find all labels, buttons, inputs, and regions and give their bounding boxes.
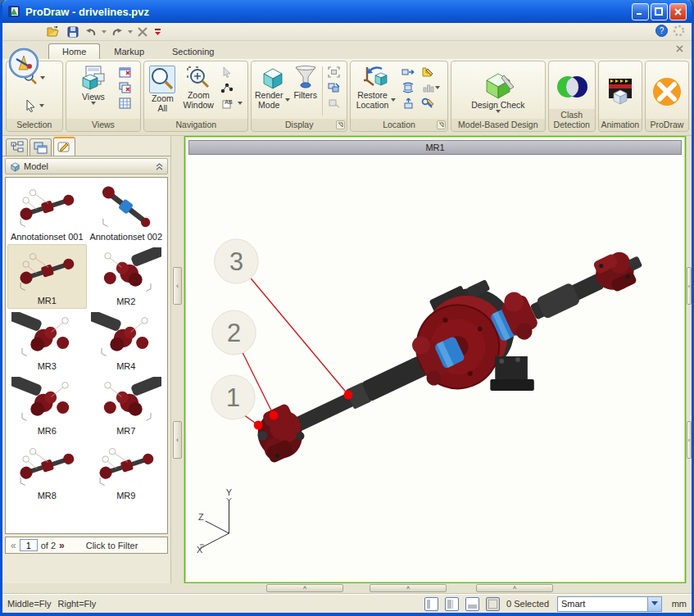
thumbnail-mr2[interactable]: MR2 [87,244,166,309]
tab-sectioning[interactable]: Sectioning [158,43,228,59]
thumbnail-annotationset-001[interactable]: Annotationset 001 [7,179,87,244]
svg-text:Z: Z [198,512,204,522]
svg-text:X: X [197,545,203,555]
zoom-window-button[interactable]: Zoom Window [179,63,217,111]
driveline-model[interactable] [236,211,657,479]
collapse-handle-right-2[interactable]: ‹ [687,421,692,459]
restore-location-icon [362,66,390,90]
edit-key-button[interactable] [419,96,437,111]
render-mode-button[interactable]: Render Mode [255,63,291,111]
save-button[interactable] [66,25,80,39]
thumbnail-mr3[interactable]: MR3 [7,309,87,374]
redo-button[interactable] [110,25,125,39]
render-mode-cube-icon [261,66,285,90]
selection-mode-combobox[interactable]: Smart [557,596,662,612]
thumbnail-mr7[interactable]: MR7 [87,374,166,438]
thumbnail-mr6[interactable]: MR6 [7,374,87,438]
tab-annotations[interactable] [53,137,75,156]
collapse-handle-bottom-3[interactable]: ˄ [476,584,553,592]
right-splitter[interactable]: ‹ ‹ [686,136,692,583]
collapse-handle-bottom-1[interactable]: ˄ [266,584,343,592]
display-dialog-launcher[interactable] [336,120,345,129]
prev-page-button[interactable]: « [11,540,16,551]
zoom-all-button[interactable]: Zoom All [145,63,179,114]
viewport-canvas[interactable]: 3 2 1 [188,155,682,579]
layout-vertical-split-button[interactable] [445,597,459,611]
collapse-handle-bottom-2[interactable]: ˄ [370,584,447,592]
tab-home[interactable]: Home [48,43,100,59]
balloon-1[interactable]: 1 [211,375,255,419]
thumbnail-mr9[interactable]: MR9 [87,438,166,503]
translate-button[interactable] [399,65,417,79]
tab-structure[interactable] [6,138,28,156]
collapse-handle-left-1[interactable]: ‹ [173,267,182,305]
options-icon[interactable] [673,25,685,40]
customize-toolbar-button[interactable] [152,25,163,39]
close-button[interactable] [669,3,687,20]
app-document-icon [7,5,20,18]
select-display-button[interactable] [325,65,343,79]
minimize-button[interactable] [632,3,649,20]
design-check-button[interactable]: Design Check [469,68,527,114]
undo-button[interactable] [84,25,98,39]
collapse-handle-right-1[interactable]: ‹ [687,267,692,305]
filters-label: Filters [293,90,317,100]
collapse-handle-left-2[interactable]: ‹ [173,421,182,459]
svg-text:3: 3 [229,247,243,276]
application-menu-button[interactable] [8,48,39,79]
location-dialog-launcher[interactable] [437,120,446,129]
open-button[interactable] [45,25,62,39]
layout-single-left-button[interactable] [424,597,438,611]
sidebar-splitter[interactable]: ‹ ‹ [171,136,184,583]
redo-dropdown-arrow-icon[interactable] [128,30,133,34]
maximize-button[interactable] [651,3,668,20]
prodraw-button[interactable] [649,74,685,108]
annotation-scale-button[interactable]: AB [218,96,246,111]
thumbnail-mr8[interactable]: MR8 [7,438,87,503]
group-label-animation: Animation [599,119,642,131]
title-bar[interactable]: ProDraw - drivelines.pvz [2,0,692,23]
filters-button[interactable]: Filters [291,63,320,101]
collapse-chevron-icon[interactable] [156,163,163,170]
viewport-title-bar[interactable]: MR1 [188,140,682,155]
help-button[interactable]: ? [655,25,668,40]
thumbnail-annotationset-002[interactable]: Annotationset 002 [87,179,166,244]
clash-detection-button[interactable] [552,72,592,100]
tab-views-gallery[interactable] [29,138,52,156]
walk-path-button[interactable] [218,80,236,95]
undo-dropdown-arrow-icon[interactable] [102,30,107,34]
combo-dropdown-icon[interactable] [647,597,661,611]
model-3d-view[interactable]: 3 2 1 [188,155,682,579]
click-to-filter-link[interactable]: Click to Filter [86,541,138,550]
thumbnail-mr1[interactable]: MR1 [7,244,87,309]
close-all-views-button[interactable] [116,80,134,95]
bracket[interactable] [490,356,533,391]
page-number-input[interactable] [20,539,38,551]
location-history-button[interactable] [419,80,443,95]
balloon-2[interactable]: 2 [212,310,256,355]
delete-button[interactable] [136,25,149,39]
next-page-button[interactable]: » [59,540,65,551]
bottom-splitter[interactable]: ˄ ˄ ˄ [2,583,692,594]
tab-markup[interactable]: Markup [100,43,158,59]
views-button-label: Views [82,92,105,102]
ribbon-close-icon[interactable] [676,41,683,56]
hide-components-button[interactable] [325,96,343,111]
drag-component-button[interactable] [399,96,417,111]
animation-clapperboard-icon [604,77,637,106]
close-view-button[interactable] [116,65,134,79]
restore-location-button[interactable]: Restore Location [354,63,398,111]
animation-button[interactable] [601,75,639,107]
show-components-button[interactable] [325,80,343,95]
fly-tool-button[interactable] [218,65,236,79]
views-button[interactable]: Views [71,63,116,106]
layout-single-button[interactable] [486,597,500,611]
rotate-button[interactable] [399,80,417,95]
thumbnail-mr4[interactable]: MR4 [87,309,166,374]
balloon-3[interactable]: 3 [215,239,258,283]
tile-views-button[interactable] [116,96,134,111]
model-section-header[interactable]: Model [5,158,168,174]
edit-location-button[interactable] [419,65,437,79]
select-tool-button[interactable] [25,99,44,112]
layout-horizontal-split-button[interactable] [465,597,479,611]
